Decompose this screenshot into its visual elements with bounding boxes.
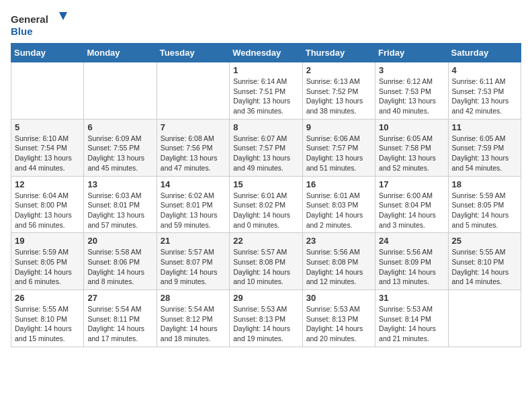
day-number: 16: [306, 179, 371, 189]
day-number: 23: [306, 236, 371, 246]
calendar-cell: 31Sunrise: 5:53 AM Sunset: 8:14 PM Dayli…: [375, 290, 448, 347]
day-info: Sunrise: 5:59 AM Sunset: 8:05 PM Dayligh…: [15, 247, 80, 287]
calendar-header-row: SundayMondayTuesdayWednesdayThursdayFrid…: [11, 44, 521, 62]
logo: GeneralBlue: [11, 11, 71, 38]
logo-svg: GeneralBlue: [11, 11, 71, 38]
calendar-cell: 8Sunrise: 6:07 AM Sunset: 7:57 PM Daylig…: [230, 119, 302, 176]
calendar-cell: 15Sunrise: 6:01 AM Sunset: 8:02 PM Dayli…: [230, 176, 302, 233]
day-info: Sunrise: 5:54 AM Sunset: 8:12 PM Dayligh…: [161, 304, 226, 344]
calendar-cell: 16Sunrise: 6:01 AM Sunset: 8:03 PM Dayli…: [302, 176, 375, 233]
calendar-cell: 22Sunrise: 5:57 AM Sunset: 8:08 PM Dayli…: [230, 233, 302, 290]
header-thursday: Thursday: [302, 44, 375, 62]
day-number: 10: [379, 122, 444, 132]
day-info: Sunrise: 5:57 AM Sunset: 8:07 PM Dayligh…: [161, 247, 226, 287]
day-info: Sunrise: 6:02 AM Sunset: 8:01 PM Dayligh…: [161, 191, 226, 230]
day-number: 5: [15, 122, 80, 132]
day-number: 19: [15, 236, 80, 246]
day-number: 20: [87, 236, 152, 246]
day-info: Sunrise: 6:13 AM Sunset: 7:52 PM Dayligh…: [306, 77, 371, 116]
day-number: 6: [87, 122, 152, 132]
day-info: Sunrise: 5:58 AM Sunset: 8:06 PM Dayligh…: [87, 247, 152, 287]
day-number: 29: [233, 293, 298, 303]
calendar-week-row: 1Sunrise: 6:14 AM Sunset: 7:51 PM Daylig…: [11, 62, 521, 120]
day-number: 12: [15, 179, 80, 189]
calendar-cell: 6Sunrise: 6:09 AM Sunset: 7:55 PM Daylig…: [84, 119, 157, 176]
calendar-cell: 14Sunrise: 6:02 AM Sunset: 8:01 PM Dayli…: [157, 176, 229, 233]
day-info: Sunrise: 5:53 AM Sunset: 8:14 PM Dayligh…: [379, 304, 444, 344]
header-tuesday: Tuesday: [157, 44, 229, 62]
header-monday: Monday: [84, 44, 157, 62]
day-number: 28: [161, 293, 226, 303]
day-info: Sunrise: 5:57 AM Sunset: 8:08 PM Dayligh…: [233, 247, 298, 287]
day-info: Sunrise: 5:55 AM Sunset: 8:10 PM Dayligh…: [452, 247, 517, 287]
calendar-cell: 27Sunrise: 5:54 AM Sunset: 8:11 PM Dayli…: [84, 290, 157, 347]
calendar-cell: 5Sunrise: 6:10 AM Sunset: 7:54 PM Daylig…: [11, 119, 84, 176]
day-number: 25: [452, 236, 517, 246]
calendar-cell: [84, 62, 157, 120]
day-info: Sunrise: 6:00 AM Sunset: 8:04 PM Dayligh…: [379, 191, 444, 230]
day-info: Sunrise: 5:53 AM Sunset: 8:13 PM Dayligh…: [233, 304, 298, 344]
day-info: Sunrise: 6:11 AM Sunset: 7:53 PM Dayligh…: [452, 77, 517, 116]
day-info: Sunrise: 5:54 AM Sunset: 8:11 PM Dayligh…: [87, 304, 152, 344]
calendar-cell: 10Sunrise: 6:05 AM Sunset: 7:58 PM Dayli…: [375, 119, 448, 176]
calendar-cell: 13Sunrise: 6:03 AM Sunset: 8:01 PM Dayli…: [84, 176, 157, 233]
calendar-cell: 17Sunrise: 6:00 AM Sunset: 8:04 PM Dayli…: [375, 176, 448, 233]
day-info: Sunrise: 5:55 AM Sunset: 8:10 PM Dayligh…: [15, 304, 80, 344]
calendar-cell: 4Sunrise: 6:11 AM Sunset: 7:53 PM Daylig…: [448, 62, 521, 120]
calendar-week-row: 12Sunrise: 6:04 AM Sunset: 8:00 PM Dayli…: [11, 176, 521, 233]
day-number: 17: [379, 179, 444, 189]
calendar-cell: 12Sunrise: 6:04 AM Sunset: 8:00 PM Dayli…: [11, 176, 84, 233]
day-info: Sunrise: 5:59 AM Sunset: 8:05 PM Dayligh…: [452, 191, 517, 230]
day-info: Sunrise: 6:05 AM Sunset: 7:58 PM Dayligh…: [379, 134, 444, 173]
day-info: Sunrise: 6:06 AM Sunset: 7:57 PM Dayligh…: [306, 134, 371, 173]
day-number: 26: [15, 293, 80, 303]
day-info: Sunrise: 6:10 AM Sunset: 7:54 PM Dayligh…: [15, 134, 80, 173]
day-number: 14: [161, 179, 226, 189]
calendar-cell: 23Sunrise: 5:56 AM Sunset: 8:08 PM Dayli…: [302, 233, 375, 290]
calendar-cell: 24Sunrise: 5:56 AM Sunset: 8:09 PM Dayli…: [375, 233, 448, 290]
day-number: 11: [452, 122, 517, 132]
calendar-week-row: 19Sunrise: 5:59 AM Sunset: 8:05 PM Dayli…: [11, 233, 521, 290]
calendar-cell: 20Sunrise: 5:58 AM Sunset: 8:06 PM Dayli…: [84, 233, 157, 290]
day-info: Sunrise: 6:12 AM Sunset: 7:53 PM Dayligh…: [379, 77, 444, 116]
day-info: Sunrise: 6:03 AM Sunset: 8:01 PM Dayligh…: [87, 191, 152, 230]
day-info: Sunrise: 6:01 AM Sunset: 8:02 PM Dayligh…: [233, 191, 298, 230]
calendar-cell: 28Sunrise: 5:54 AM Sunset: 8:12 PM Dayli…: [157, 290, 229, 347]
day-number: 22: [233, 236, 298, 246]
day-number: 31: [379, 293, 444, 303]
calendar-cell: [11, 62, 84, 120]
day-number: 13: [87, 179, 152, 189]
day-number: 27: [87, 293, 152, 303]
calendar-week-row: 5Sunrise: 6:10 AM Sunset: 7:54 PM Daylig…: [11, 119, 521, 176]
svg-text:General: General: [11, 13, 48, 25]
day-info: Sunrise: 6:08 AM Sunset: 7:56 PM Dayligh…: [161, 134, 226, 173]
day-number: 24: [379, 236, 444, 246]
calendar-cell: 25Sunrise: 5:55 AM Sunset: 8:10 PM Dayli…: [448, 233, 521, 290]
calendar-cell: [157, 62, 229, 120]
svg-text:Blue: Blue: [11, 26, 33, 37]
header-wednesday: Wednesday: [230, 44, 302, 62]
day-info: Sunrise: 6:09 AM Sunset: 7:55 PM Dayligh…: [87, 134, 152, 173]
calendar-cell: 7Sunrise: 6:08 AM Sunset: 7:56 PM Daylig…: [157, 119, 229, 176]
day-number: 1: [233, 65, 298, 75]
calendar-cell: 18Sunrise: 5:59 AM Sunset: 8:05 PM Dayli…: [448, 176, 521, 233]
calendar-cell: 1Sunrise: 6:14 AM Sunset: 7:51 PM Daylig…: [230, 62, 302, 120]
day-info: Sunrise: 5:53 AM Sunset: 8:13 PM Dayligh…: [306, 304, 371, 344]
calendar-week-row: 26Sunrise: 5:55 AM Sunset: 8:10 PM Dayli…: [11, 290, 521, 347]
day-number: 2: [306, 65, 371, 75]
day-number: 9: [306, 122, 371, 132]
day-info: Sunrise: 6:05 AM Sunset: 7:59 PM Dayligh…: [452, 134, 517, 173]
calendar-cell: 26Sunrise: 5:55 AM Sunset: 8:10 PM Dayli…: [11, 290, 84, 347]
day-info: Sunrise: 6:01 AM Sunset: 8:03 PM Dayligh…: [306, 191, 371, 230]
header-saturday: Saturday: [448, 44, 521, 62]
calendar-cell: 19Sunrise: 5:59 AM Sunset: 8:05 PM Dayli…: [11, 233, 84, 290]
header-sunday: Sunday: [11, 44, 84, 62]
calendar-cell: 2Sunrise: 6:13 AM Sunset: 7:52 PM Daylig…: [302, 62, 375, 120]
day-number: 8: [233, 122, 298, 132]
day-number: 7: [161, 122, 226, 132]
day-info: Sunrise: 6:04 AM Sunset: 8:00 PM Dayligh…: [15, 191, 80, 230]
calendar-cell: 30Sunrise: 5:53 AM Sunset: 8:13 PM Dayli…: [302, 290, 375, 347]
day-number: 21: [161, 236, 226, 246]
calendar-cell: 11Sunrise: 6:05 AM Sunset: 7:59 PM Dayli…: [448, 119, 521, 176]
day-number: 3: [379, 65, 444, 75]
